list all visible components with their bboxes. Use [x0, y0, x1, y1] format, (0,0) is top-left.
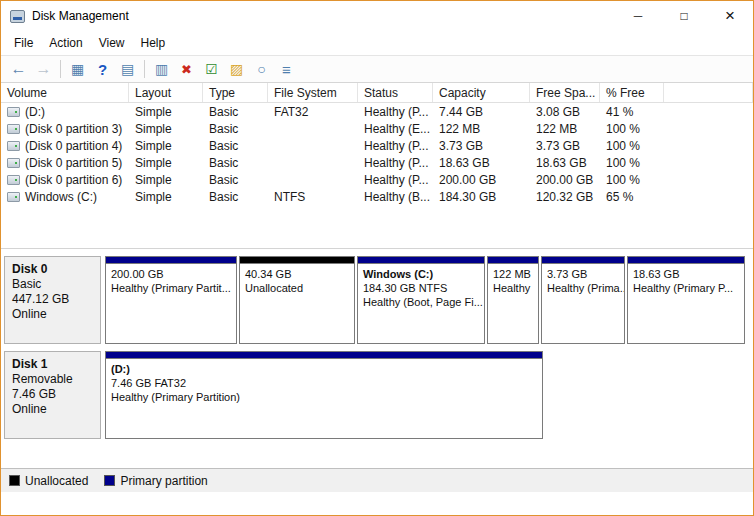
cell-file-system: FAT32	[268, 105, 358, 119]
volume-row[interactable]: (D:) Simple Basic FAT32 Healthy (P... 7.…	[1, 103, 753, 120]
menu-file[interactable]: File	[6, 33, 41, 53]
legend-label: Primary partition	[120, 474, 207, 488]
action-pane-icon[interactable]: ▤	[115, 58, 140, 80]
back-icon[interactable]: ←	[6, 58, 31, 80]
volume-row[interactable]: Windows (C:) Simple Basic NTFS Healthy (…	[1, 188, 753, 205]
forward-icon[interactable]: →	[31, 58, 56, 80]
partition-color-strip	[542, 257, 624, 264]
cell-free-space: 18.63 GB	[530, 156, 600, 170]
partition-color-strip	[358, 257, 484, 264]
drive-icon	[7, 124, 20, 134]
menu-bar: File Action View Help	[1, 31, 753, 55]
partition-block[interactable]: (D:) 7.46 GB FAT32 Healthy (Primary Part…	[105, 351, 543, 439]
cell-status: Healthy (B...	[358, 190, 433, 204]
column-header-capacity[interactable]: Capacity	[433, 83, 530, 102]
toolbar-separator	[144, 60, 145, 78]
partition-status: Healthy (Primary Partit...	[111, 281, 231, 295]
partition-block[interactable]: 40.34 GB Unallocated	[239, 256, 355, 344]
drive-icon	[7, 175, 20, 185]
maximize-button[interactable]: □	[661, 1, 707, 31]
cell-free-space: 200.00 GB	[530, 173, 600, 187]
cell-type: Basic	[203, 139, 268, 153]
disk-status: Online	[12, 307, 93, 322]
toolbar: ← → ▦ ? ▤ ▥ ✖ ☑ ▨ ○ ≡	[1, 55, 753, 83]
delete-volume-icon[interactable]: ✖	[174, 58, 199, 80]
view-list-icon[interactable]: ≡	[274, 58, 299, 80]
volume-list: Volume Layout Type File System Status Ca…	[1, 83, 753, 248]
cell-file-system: NTFS	[268, 190, 358, 204]
disk-status: Online	[12, 402, 93, 417]
partition-color-strip	[628, 257, 744, 264]
cell-status: Healthy (P...	[358, 139, 433, 153]
volume-list-header: Volume Layout Type File System Status Ca…	[1, 83, 753, 103]
partition-size: 7.46 GB FAT32	[111, 376, 537, 390]
partition-color-strip	[240, 257, 354, 264]
menu-action[interactable]: Action	[41, 33, 90, 53]
cell-capacity: 18.63 GB	[433, 156, 530, 170]
disk-management-window: Disk Management ─ □ × File Action View H…	[0, 0, 754, 516]
open-folder-icon[interactable]: ▨	[224, 58, 249, 80]
column-header-filler	[664, 83, 753, 102]
drive-icon	[7, 192, 20, 202]
partition-block[interactable]: 3.73 GB Healthy (Prima...	[541, 256, 625, 344]
cell-type: Basic	[203, 173, 268, 187]
cell-volume: (Disk 0 partition 6)	[25, 173, 122, 187]
column-header-status[interactable]: Status	[358, 83, 433, 102]
partition-status: Healthy (Boot, Page Fi...	[363, 295, 479, 309]
cell-free-space: 3.08 GB	[530, 105, 600, 119]
legend-label: Unallocated	[25, 474, 88, 488]
cell-pct-free: 100 %	[600, 139, 664, 153]
partition-block[interactable]: 18.63 GB Healthy (Primary P...	[627, 256, 745, 344]
column-header-type[interactable]: Type	[203, 83, 268, 102]
column-header-volume[interactable]: Volume	[1, 83, 129, 102]
cell-free-space: 3.73 GB	[530, 139, 600, 153]
disk-1-panel[interactable]: Disk 1 Removable 7.46 GB Online	[4, 351, 101, 439]
cell-pct-free: 65 %	[600, 190, 664, 204]
partition-status: Unallocated	[245, 281, 349, 295]
disk-name: Disk 0	[12, 262, 93, 277]
partition-block[interactable]: Windows (C:) 184.30 GB NTFS Healthy (Boo…	[357, 256, 485, 344]
partition-size: 200.00 GB	[111, 267, 231, 281]
partition-label: Windows (C:)	[363, 267, 479, 281]
primary-partition-swatch	[104, 475, 115, 486]
console-tree-icon[interactable]: ▦	[65, 58, 90, 80]
column-header-layout[interactable]: Layout	[129, 83, 203, 102]
drive-icon	[7, 141, 20, 151]
volume-row[interactable]: (Disk 0 partition 4) Simple Basic Health…	[1, 137, 753, 154]
cell-capacity: 3.73 GB	[433, 139, 530, 153]
volume-row[interactable]: (Disk 0 partition 3) Simple Basic Health…	[1, 120, 753, 137]
column-header-free-space[interactable]: Free Spa...	[530, 83, 600, 102]
partition-size: 122 MB	[493, 267, 533, 281]
partition-block[interactable]: 122 MB Healthy	[487, 256, 539, 344]
help-icon[interactable]: ?	[90, 58, 115, 80]
disk-0-panel[interactable]: Disk 0 Basic 447.12 GB Online	[4, 256, 101, 344]
cell-volume: (Disk 0 partition 4)	[25, 139, 122, 153]
minimize-button[interactable]: ─	[615, 1, 661, 31]
mark-partition-icon[interactable]: ☑	[199, 58, 224, 80]
disk-type: Basic	[12, 277, 93, 292]
menu-view[interactable]: View	[91, 33, 133, 53]
volume-row[interactable]: (Disk 0 partition 5) Simple Basic Health…	[1, 154, 753, 171]
cell-volume: (Disk 0 partition 3)	[25, 122, 122, 136]
close-button[interactable]: ×	[707, 1, 753, 31]
partition-status: Healthy (Primary P...	[633, 281, 739, 295]
disk-name: Disk 1	[12, 357, 93, 372]
menu-help[interactable]: Help	[133, 33, 174, 53]
cell-layout: Simple	[129, 156, 203, 170]
cell-free-space: 120.32 GB	[530, 190, 600, 204]
disk-size: 447.12 GB	[12, 292, 93, 307]
disk-type: Removable	[12, 372, 93, 387]
properties-icon[interactable]: ▥	[149, 58, 174, 80]
cell-layout: Simple	[129, 190, 203, 204]
volume-row[interactable]: (Disk 0 partition 6) Simple Basic Health…	[1, 171, 753, 188]
explore-icon[interactable]: ○	[249, 58, 274, 80]
cell-status: Healthy (P...	[358, 156, 433, 170]
cell-capacity: 200.00 GB	[433, 173, 530, 187]
partition-block[interactable]: 200.00 GB Healthy (Primary Partit...	[105, 256, 237, 344]
partition-label: (D:)	[111, 362, 537, 376]
cell-layout: Simple	[129, 173, 203, 187]
column-header-file-system[interactable]: File System	[268, 83, 358, 102]
column-header-pct-free[interactable]: % Free	[600, 83, 664, 102]
cell-pct-free: 41 %	[600, 105, 664, 119]
partition-size: 40.34 GB	[245, 267, 349, 281]
